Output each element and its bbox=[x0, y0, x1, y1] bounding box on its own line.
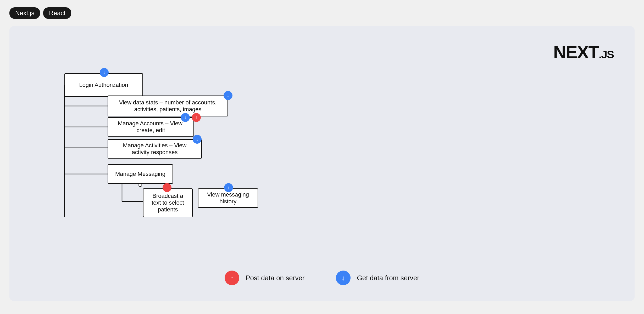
activities-get-dot: ↓ bbox=[193, 135, 202, 144]
legend-get: ↓ Get data from server bbox=[336, 271, 419, 285]
accounts-get-dot: ↓ bbox=[181, 113, 190, 122]
legend-get-icon: ↓ bbox=[336, 271, 351, 285]
nextjs-tag[interactable]: Next.js bbox=[9, 7, 40, 19]
flow-diagram: Login Authorization ↓ View data stats – … bbox=[30, 44, 266, 259]
legend-post-label: Post data on server bbox=[246, 274, 304, 282]
data-stats-node: View data stats – number of accounts, ac… bbox=[108, 96, 228, 116]
legend-post: ↑ Post data on server bbox=[225, 271, 304, 285]
manage-accounts-node: Manage Accounts – View, create, edit bbox=[108, 117, 194, 137]
legend: ↑ Post data on server ↓ Get data from se… bbox=[225, 271, 419, 285]
manage-activities-node: Manage Activities – View activity respon… bbox=[108, 139, 202, 159]
nextjs-logo: NEXT.JS bbox=[553, 42, 614, 62]
messaging-connector-dot bbox=[138, 183, 142, 187]
login-get-dot: ↓ bbox=[100, 68, 109, 77]
tag-container: Next.js React bbox=[0, 0, 644, 26]
accounts-post-dot: ↑ bbox=[192, 113, 201, 122]
broadcast-node: Broadcast a text to select patients bbox=[143, 188, 193, 217]
history-get-dot: ↓ bbox=[224, 183, 233, 192]
manage-messaging-node: Manage Messaging bbox=[108, 164, 173, 184]
legend-get-label: Get data from server bbox=[357, 274, 419, 282]
legend-post-icon: ↑ bbox=[225, 271, 239, 285]
broadcast-post-dot: ↑ bbox=[163, 183, 171, 192]
data-stats-get-dot: ↓ bbox=[224, 91, 232, 100]
main-diagram-area: NEXT.JS Login Authorization bbox=[9, 26, 635, 301]
react-tag[interactable]: React bbox=[43, 7, 71, 19]
